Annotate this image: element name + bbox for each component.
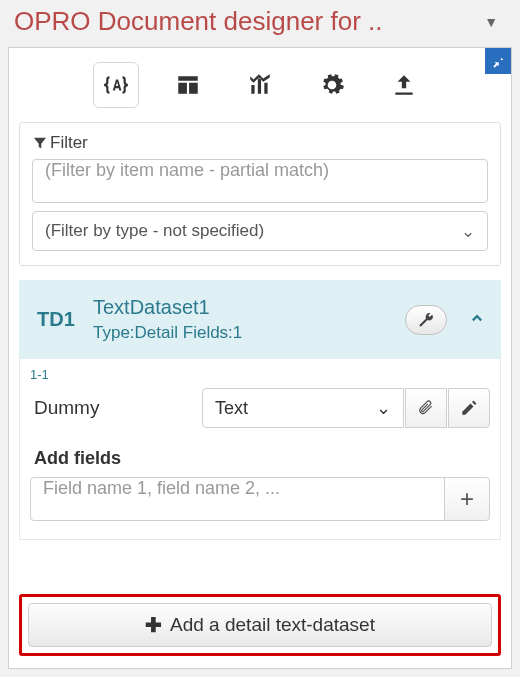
pencil-icon	[460, 399, 478, 417]
dataset-info: TextDataset1 Type:Detail Fields:1	[93, 296, 405, 343]
main-panel: Filter (Filter by item name - partial ma…	[8, 47, 512, 669]
dataset-row[interactable]: TD1 TextDataset1 Type:Detail Fields:1	[19, 280, 501, 359]
filter-label: Filter	[50, 133, 88, 153]
tab-chart-button[interactable]	[237, 62, 283, 108]
filter-name-input[interactable]: (Filter by item name - partial match)	[32, 159, 488, 203]
braces-a-icon	[103, 72, 129, 98]
dataset-id: TD1	[37, 308, 93, 331]
title-dropdown-icon[interactable]: ▼	[476, 14, 506, 30]
pin-button[interactable]	[485, 48, 511, 74]
wrench-icon	[417, 311, 435, 329]
add-dataset-highlight: ✚ Add a detail text-dataset	[19, 594, 501, 656]
filter-section: Filter (Filter by item name - partial ma…	[19, 122, 501, 266]
plus-icon: +	[460, 485, 474, 513]
funnel-icon	[32, 135, 48, 151]
toolbar	[9, 48, 511, 122]
title-bar: OPRO Document designer for .. ▼	[0, 0, 520, 39]
add-dataset-label: Add a detail text-dataset	[170, 614, 375, 636]
dataset-settings-button[interactable]	[405, 305, 447, 335]
dataset-meta: Type:Detail Fields:1	[93, 323, 405, 343]
tab-table-button[interactable]	[165, 62, 211, 108]
app-title: OPRO Document designer for ..	[14, 6, 476, 37]
chevron-down-icon: ⌄	[376, 397, 391, 419]
tab-mapping-button[interactable]	[93, 62, 139, 108]
field-attach-button[interactable]	[405, 388, 447, 428]
field-row: Dummy Text ⌄	[30, 388, 490, 428]
field-index: 1-1	[30, 363, 490, 388]
add-detail-dataset-button[interactable]: ✚ Add a detail text-dataset	[28, 603, 492, 647]
tab-settings-button[interactable]	[309, 62, 355, 108]
field-type-select[interactable]: Text ⌄	[202, 388, 404, 428]
paperclip-icon	[417, 399, 435, 417]
field-edit-button[interactable]	[448, 388, 490, 428]
chevron-up-icon	[467, 307, 487, 327]
filter-type-value: (Filter by type - not specified)	[45, 221, 264, 241]
filter-type-select[interactable]: (Filter by type - not specified) ⌄	[32, 211, 488, 251]
gear-icon	[319, 72, 345, 98]
bar-chart-icon	[247, 72, 273, 98]
table-icon	[175, 72, 201, 98]
field-block: 1-1 Dummy Text ⌄ Add fields Field name 1…	[19, 359, 501, 540]
add-fields-input[interactable]: Field name 1, field name 2, ...	[30, 477, 445, 521]
upload-icon	[391, 72, 417, 98]
pin-icon	[490, 53, 506, 69]
plus-icon: ✚	[145, 613, 162, 637]
collapse-button[interactable]	[467, 307, 487, 333]
field-type-value: Text	[215, 398, 248, 419]
field-name: Dummy	[30, 397, 200, 419]
dataset-name: TextDataset1	[93, 296, 405, 319]
tab-upload-button[interactable]	[381, 62, 427, 108]
filter-header: Filter	[32, 133, 488, 153]
add-fields-row: Field name 1, field name 2, ... +	[30, 477, 490, 521]
add-fields-button[interactable]: +	[444, 477, 490, 521]
chevron-down-icon: ⌄	[461, 221, 475, 242]
add-fields-label: Add fields	[34, 448, 490, 469]
